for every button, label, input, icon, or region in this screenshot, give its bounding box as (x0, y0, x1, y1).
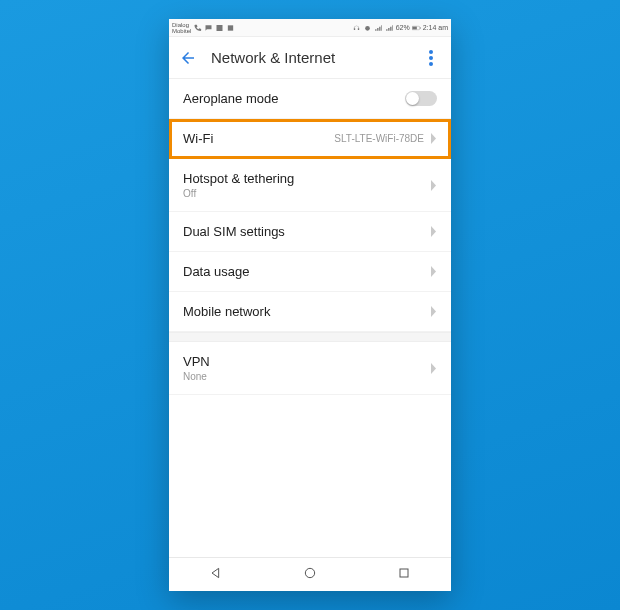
row-label: Hotspot & tethering (183, 171, 294, 186)
chevron-right-icon (430, 226, 437, 237)
row-label: Mobile network (183, 304, 270, 319)
nav-recent-button[interactable] (396, 565, 412, 585)
system-nav-bar (169, 557, 451, 591)
row-sub: None (183, 371, 210, 382)
image-icon (215, 24, 224, 32)
row-label: Aeroplane mode (183, 91, 278, 106)
chevron-right-icon (430, 306, 437, 317)
status-icons-left (193, 24, 235, 32)
status-icons-right: 62% 2:14 am (352, 24, 448, 32)
call-icon (193, 24, 202, 32)
row-label: VPN (183, 354, 210, 369)
svg-point-7 (429, 62, 433, 66)
headset-icon (352, 24, 361, 32)
clock-text: 2:14 am (423, 24, 448, 31)
square-icon (396, 565, 412, 581)
arrow-left-icon (179, 49, 197, 67)
row-hotspot-tethering[interactable]: Hotspot & tethering Off (169, 159, 451, 212)
more-vert-icon (429, 50, 433, 66)
row-vpn[interactable]: VPN None (169, 342, 451, 395)
signal-icon (374, 24, 383, 32)
row-label: Data usage (183, 264, 250, 279)
nav-back-button[interactable] (208, 565, 224, 585)
svg-rect-3 (412, 26, 417, 29)
overflow-menu-button[interactable] (421, 48, 441, 68)
svg-point-5 (429, 50, 433, 54)
section-gap (169, 332, 451, 342)
nav-home-button[interactable] (302, 565, 318, 585)
row-mobile-network[interactable]: Mobile network (169, 292, 451, 332)
carrier-label: Dialog Mobitel (172, 22, 191, 34)
phone-frame: Dialog Mobitel 62% 2:14 am Network & Int… (169, 19, 451, 591)
row-sub: Off (183, 188, 294, 199)
aeroplane-toggle[interactable] (405, 91, 437, 106)
chevron-right-icon (430, 266, 437, 277)
chevron-right-icon (430, 363, 437, 374)
svg-rect-0 (228, 25, 233, 30)
circle-icon (302, 565, 318, 581)
row-label: Dual SIM settings (183, 224, 285, 239)
message-icon (204, 24, 213, 32)
svg-point-8 (305, 568, 314, 577)
svg-rect-4 (420, 27, 421, 28)
row-data-usage[interactable]: Data usage (169, 252, 451, 292)
svg-rect-9 (400, 569, 408, 577)
app-icon (226, 24, 235, 32)
row-wifi[interactable]: Wi-Fi SLT-LTE-WiFi-78DE (169, 119, 451, 159)
settings-list: Aeroplane mode Wi-Fi SLT-LTE-WiFi-78DE H… (169, 79, 451, 557)
row-dual-sim[interactable]: Dual SIM settings (169, 212, 451, 252)
battery-percent: 62% (396, 24, 410, 31)
signal2-icon (385, 24, 394, 32)
app-bar: Network & Internet (169, 37, 451, 79)
row-aeroplane-mode[interactable]: Aeroplane mode (169, 79, 451, 119)
svg-point-6 (429, 56, 433, 60)
battery-icon (412, 24, 421, 32)
back-button[interactable] (179, 49, 197, 67)
page-title: Network & Internet (211, 49, 335, 66)
wifi-value: SLT-LTE-WiFi-78DE (334, 133, 424, 144)
chevron-right-icon (430, 180, 437, 191)
status-bar: Dialog Mobitel 62% 2:14 am (169, 19, 451, 37)
triangle-left-icon (208, 565, 224, 581)
alarm-icon (363, 24, 372, 32)
row-label: Wi-Fi (183, 131, 213, 146)
chevron-right-icon (430, 133, 437, 144)
